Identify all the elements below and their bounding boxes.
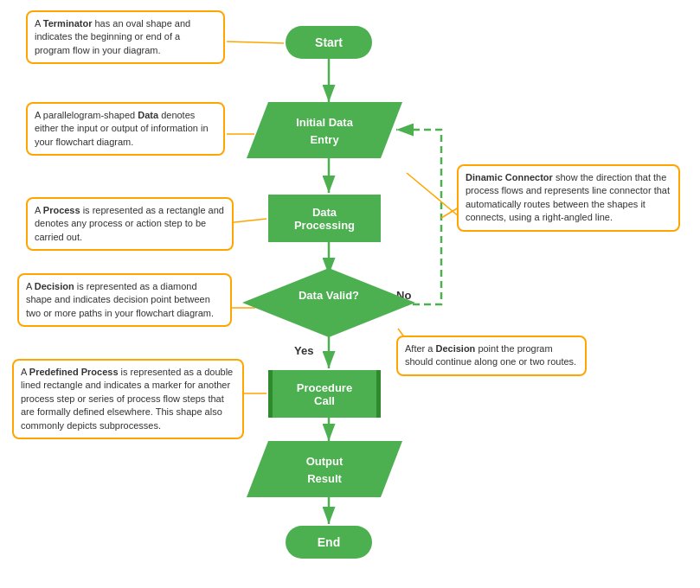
start-shape: Start — [286, 26, 372, 59]
svg-text:Yes: Yes — [294, 344, 313, 357]
data-processing-shape: DataProcessing — [268, 195, 381, 242]
svg-line-14 — [407, 173, 459, 216]
svg-marker-18 — [247, 102, 402, 158]
decision-tooltip: A Decision is represented as a diamond s… — [17, 273, 232, 327]
svg-text:Output: Output — [306, 455, 344, 468]
svg-line-13 — [441, 208, 459, 218]
predefined-tooltip: A Predefined Process is represented as a… — [12, 359, 244, 439]
end-label: End — [318, 535, 340, 549]
procedure-call-label: ProcedureCall — [297, 381, 352, 407]
svg-line-8 — [227, 42, 284, 43]
output-result-shape: Output Result — [247, 441, 402, 497]
process-tooltip: A Process is represented as a rectangle … — [26, 197, 234, 251]
end-shape: End — [286, 526, 372, 559]
data-valid-shape: Data Valid? — [242, 268, 415, 337]
start-label: Start — [315, 35, 343, 49]
svg-text:Data Valid?: Data Valid? — [299, 289, 359, 302]
dynamic-connector-tooltip: Dinamic Connector show the direction tha… — [457, 164, 680, 232]
svg-marker-21 — [242, 268, 415, 337]
svg-text:Result: Result — [307, 472, 342, 485]
data-processing-label: DataProcessing — [294, 206, 355, 232]
svg-text:Initial Data: Initial Data — [296, 116, 354, 129]
decision-routes-tooltip: After a Decision point the program shoul… — [396, 336, 587, 376]
procedure-call-shape: ProcedureCall — [268, 370, 381, 418]
terminator-tooltip: A Terminator has an oval shape and indic… — [26, 10, 225, 64]
svg-text:Entry: Entry — [310, 133, 339, 146]
svg-marker-23 — [247, 441, 402, 497]
data-tooltip: A parallelogram-shaped Data denotes eith… — [26, 102, 225, 156]
initial-data-entry-shape: Initial Data Entry — [247, 102, 402, 158]
